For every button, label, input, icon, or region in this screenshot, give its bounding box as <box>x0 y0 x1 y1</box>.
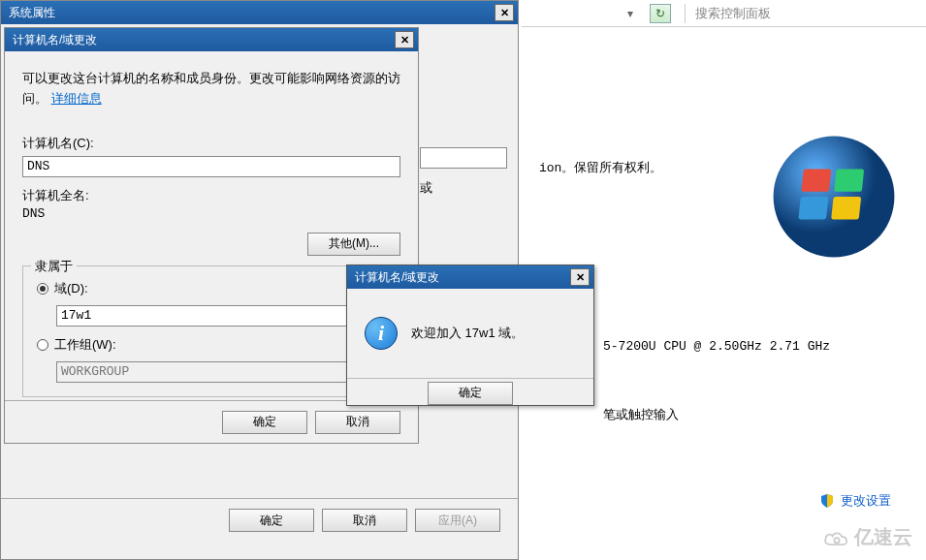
domain-radio-label: 域(D): <box>54 280 88 297</box>
ok-button[interactable]: 确定 <box>229 509 314 532</box>
msgbox-title: 计算机名/域更改 <box>351 269 570 286</box>
rename-title: 计算机名/域更改 <box>9 32 395 48</box>
divider <box>685 4 686 23</box>
full-name-label: 计算机全名: <box>22 187 400 204</box>
svg-point-0 <box>774 137 895 258</box>
rename-titlebar[interactable]: 计算机名/域更改 ✕ <box>5 28 418 51</box>
hidden-or-label: 或 <box>420 179 432 197</box>
refresh-icon[interactable]: ↻ <box>650 4 671 23</box>
workgroup-input <box>56 361 386 383</box>
rename-description: 可以更改这台计算机的名称和成员身份。更改可能影响网络资源的访问。 详细信息 <box>22 69 400 109</box>
svg-point-5 <box>834 538 839 543</box>
windows-logo-icon <box>771 134 897 260</box>
control-panel-header: ▾ ↻ 搜索控制面板 <box>522 0 926 27</box>
chevron-down-icon[interactable]: ▾ <box>617 3 644 24</box>
close-icon[interactable]: ✕ <box>495 4 514 21</box>
message-box: 计算机名/域更改 ✕ i 欢迎加入 17w1 域。 确定 <box>346 264 594 406</box>
computer-name-input[interactable] <box>22 156 400 177</box>
cancel-button[interactable]: 取消 <box>322 509 407 532</box>
domain-radio[interactable]: 域(D): <box>37 280 386 297</box>
svg-rect-4 <box>831 197 861 219</box>
close-icon[interactable]: ✕ <box>570 268 590 286</box>
touch-info: 笔或触控输入 <box>603 406 909 423</box>
ok-button[interactable]: 确定 <box>222 411 307 434</box>
radio-icon <box>37 339 48 351</box>
domain-input[interactable] <box>56 305 386 327</box>
member-of-fieldset: 隶属于 域(D): 工作组(W): <box>22 265 400 397</box>
msgbox-message: 欢迎加入 17w1 域。 <box>411 325 524 342</box>
system-properties-title: 系统属性 <box>5 5 495 21</box>
ok-button[interactable]: 确定 <box>428 382 513 405</box>
details-link[interactable]: 详细信息 <box>51 91 102 106</box>
computer-name-label: 计算机名(C): <box>22 135 400 152</box>
workgroup-radio[interactable]: 工作组(W): <box>37 336 386 354</box>
member-of-legend: 隶属于 <box>31 258 77 275</box>
svg-rect-2 <box>834 169 864 191</box>
svg-rect-3 <box>798 197 828 219</box>
other-button[interactable]: 其他(M)... <box>307 233 400 256</box>
msgbox-titlebar[interactable]: 计算机名/域更改 ✕ <box>347 265 593 289</box>
radio-icon <box>37 283 48 295</box>
search-input[interactable]: 搜索控制面板 <box>689 5 771 22</box>
apply-button: 应用(A) <box>415 509 500 532</box>
full-name-value: DNS <box>22 206 400 221</box>
workgroup-radio-label: 工作组(W): <box>54 336 116 354</box>
svg-rect-1 <box>801 169 831 191</box>
cpu-info: 5-7200U CPU @ 2.50GHz 2.71 GHz <box>603 339 909 354</box>
watermark: 亿速云 <box>823 524 912 550</box>
shield-icon <box>819 493 835 509</box>
change-settings-label: 更改设置 <box>841 492 891 510</box>
cloud-icon <box>823 529 850 546</box>
close-icon[interactable]: ✕ <box>395 31 414 48</box>
info-icon: i <box>365 317 398 350</box>
system-properties-titlebar[interactable]: 系统属性 ✕ <box>1 1 518 24</box>
change-settings-link[interactable]: 更改设置 <box>819 492 891 510</box>
hidden-field <box>420 147 507 169</box>
cancel-button[interactable]: 取消 <box>315 411 400 434</box>
